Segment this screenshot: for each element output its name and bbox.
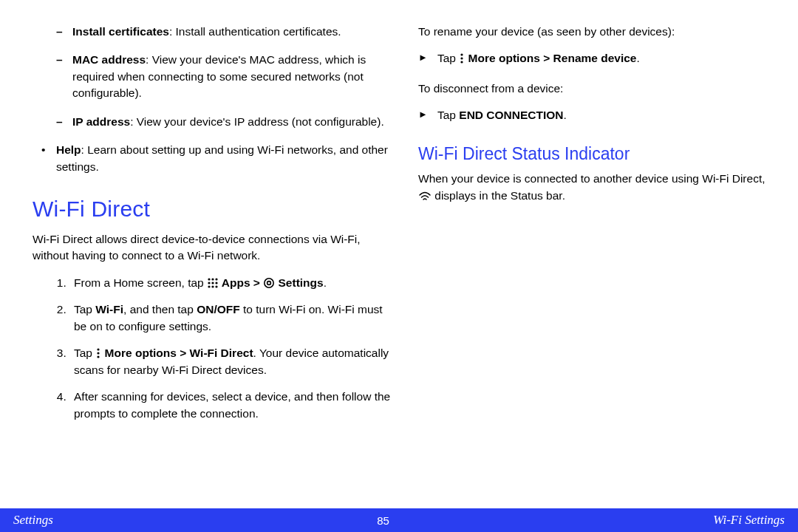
t2: displays in the Status bar. [432, 189, 565, 202]
gt: > [543, 52, 550, 64]
svg-point-2 [215, 278, 217, 280]
more-label: More options > Wi-Fi Direct [101, 347, 253, 359]
more-label: More options [465, 52, 543, 64]
svg-point-5 [215, 282, 217, 284]
svg-point-9 [265, 279, 273, 287]
wifi-direct-steps: From a Home screen, tap Apps > Settings.… [33, 275, 393, 422]
wifi-direct-intro: Wi-Fi Direct allows direct device-to-dev… [33, 231, 393, 265]
svg-point-3 [208, 282, 210, 284]
desc: : Install authentication certificates. [169, 25, 341, 38]
footer-left: Settings [13, 513, 53, 528]
desc: : Learn about setting up and using Wi-Fi… [56, 143, 388, 172]
rename-intro: To rename your device (as seen by other … [418, 24, 779, 40]
settings-gear-icon [263, 277, 275, 289]
item-help: Help: Learn about setting up and using W… [56, 142, 393, 175]
status-indicator-text: When your device is connected to another… [418, 171, 779, 204]
period: . [324, 276, 327, 289]
footer-page-number: 85 [377, 514, 389, 527]
help-bullet: Help: Learn about setting up and using W… [33, 142, 393, 175]
gt: > [253, 276, 260, 289]
item-install-certificates: Install certificates: Install authentica… [72, 24, 393, 40]
svg-point-11 [98, 349, 100, 351]
label: Help [56, 143, 81, 156]
svg-point-6 [208, 285, 210, 287]
text: From a Home screen, tap [74, 276, 207, 289]
svg-point-1 [211, 278, 214, 280]
period: . [564, 109, 567, 121]
section-wifi-direct: Wi-Fi Direct [33, 193, 393, 225]
item-ip-address: IP address: View your device's IP addres… [72, 114, 393, 130]
step-3: Tap More options > Wi-Fi Direct. Your de… [69, 345, 393, 378]
svg-point-8 [215, 285, 217, 287]
subsection-status-indicator: Wi-Fi Direct Status Indicator [418, 142, 779, 166]
t: Tap [437, 52, 459, 64]
step-4: After scanning for devices, select a dev… [69, 389, 393, 422]
svg-point-12 [98, 352, 100, 355]
t2: , and then tap [123, 303, 197, 316]
page-footer: Settings 85 Wi-Fi Settings [0, 508, 798, 532]
rename-step: Tap More options > Rename device. [418, 50, 779, 66]
apps-label: Apps [219, 276, 253, 289]
svg-point-10 [267, 281, 271, 284]
t: Tap [74, 347, 95, 359]
label: IP address [72, 115, 130, 128]
item-mac-address: MAC address: View your device's MAC addr… [72, 52, 393, 101]
svg-point-4 [211, 282, 214, 284]
settings-label: Settings [275, 276, 323, 289]
svg-point-13 [98, 356, 100, 358]
disconnect-step: Tap END CONNECTION. [418, 107, 779, 123]
desc: : View your device's IP address (not con… [130, 115, 384, 128]
svg-point-0 [208, 278, 210, 280]
svg-point-7 [211, 285, 214, 287]
wifi-label: Wi-Fi [95, 303, 123, 316]
t1: When your device is connected to another… [418, 172, 765, 185]
left-column: Install certificates: Install authentica… [19, 24, 393, 499]
svg-point-16 [461, 61, 463, 64]
footer-right: Wi-Fi Settings [713, 513, 785, 528]
disconnect-intro: To disconnect from a device: [418, 81, 779, 97]
label: MAC address [72, 53, 146, 66]
step-1: From a Home screen, tap Apps > Settings. [69, 275, 393, 291]
wifi-direct-status-icon [418, 191, 432, 202]
t: Tap [437, 109, 459, 121]
label: Install certificates [72, 25, 169, 38]
svg-point-14 [461, 54, 463, 56]
advanced-sublist: Install certificates: Install authentica… [33, 24, 393, 130]
rename-label: Rename device [550, 52, 636, 64]
t: After scanning for devices, select a dev… [74, 390, 390, 419]
step-2: Tap Wi-Fi, and then tap ON/OFF to turn W… [69, 301, 393, 335]
period: . [636, 52, 639, 64]
onoff-label: ON/OFF [197, 303, 240, 316]
right-column: To rename your device (as seen by other … [418, 24, 779, 499]
t: Tap [74, 303, 95, 316]
end-connection-label: END CONNECTION [459, 109, 563, 121]
apps-grid-icon [207, 277, 219, 289]
svg-point-15 [461, 58, 463, 60]
